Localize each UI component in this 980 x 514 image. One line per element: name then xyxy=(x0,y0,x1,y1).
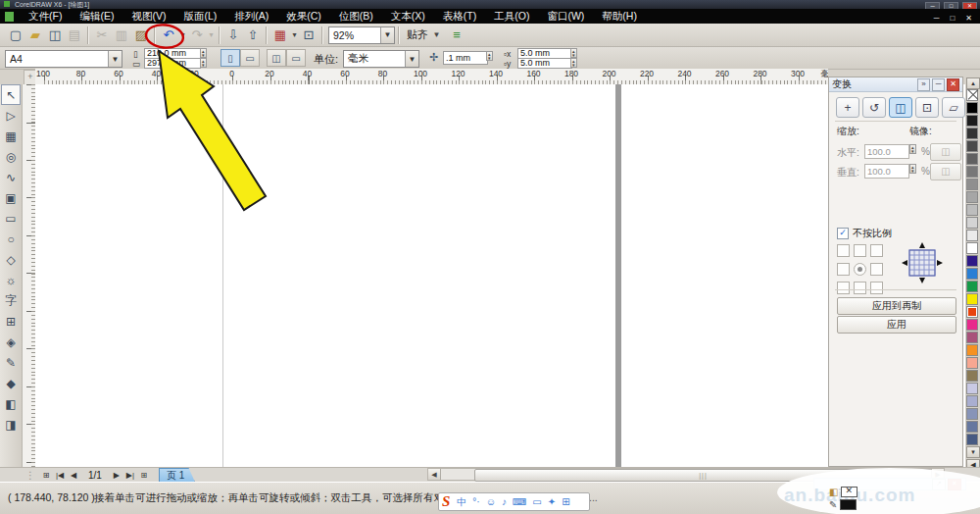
menu-窗口(W)[interactable]: 窗口(W) xyxy=(538,9,593,24)
color-swatch[interactable] xyxy=(966,281,978,292)
snap-to-dropdown[interactable]: 贴齐 xyxy=(407,27,428,42)
ime-skin-icon[interactable]: ✦ xyxy=(548,496,556,507)
docker-minimize-button[interactable]: ─ xyxy=(932,78,945,91)
current-page-button[interactable]: ▭ xyxy=(286,49,306,67)
color-swatch[interactable] xyxy=(966,191,978,203)
blend-tool-icon[interactable]: ◈ xyxy=(1,332,21,352)
next-page-button[interactable]: ▶ xyxy=(110,469,123,482)
color-swatch[interactable] xyxy=(966,115,978,127)
doc-close-button[interactable]: ✕ xyxy=(965,14,972,23)
color-swatch[interactable] xyxy=(966,421,978,433)
color-swatch[interactable] xyxy=(966,383,978,394)
paper-size-spinner2[interactable]: ▴▾ xyxy=(200,58,207,68)
chevron-down-icon[interactable]: ▼ xyxy=(108,51,122,67)
docker-close-button[interactable]: ✕ xyxy=(947,78,959,91)
menu-排列(A)[interactable]: 排列(A) xyxy=(225,9,277,24)
eyedropper-tool-icon[interactable]: ✎ xyxy=(1,352,21,373)
paper-size-combo[interactable]: A4 ▼ xyxy=(5,50,122,68)
anchor-point-7[interactable] xyxy=(854,282,866,294)
transform-scale-mirror-icon[interactable]: ◫ xyxy=(889,97,912,118)
color-swatch[interactable] xyxy=(966,242,978,254)
polygon-tool-icon[interactable]: ◇ xyxy=(1,249,21,270)
nudge-field[interactable]: .1 mm xyxy=(443,51,488,65)
menu-视图(V)[interactable]: 视图(V) xyxy=(122,9,174,24)
text-tool-icon[interactable]: 字 xyxy=(1,290,21,311)
ime-keyboard-icon[interactable]: ⌨ xyxy=(513,496,526,507)
save-icon[interactable]: ◫ xyxy=(45,26,65,45)
scroll-left-icon[interactable]: ◀ xyxy=(428,469,441,480)
horizontal-scale-spinner[interactable]: ▴▾ xyxy=(909,144,916,154)
ellipse-tool-icon[interactable]: ○ xyxy=(1,229,21,249)
paper-height-field[interactable]: 297.0 mm xyxy=(144,58,201,69)
drawing-canvas[interactable] xyxy=(35,84,965,467)
crop-tool-icon[interactable]: ▦ xyxy=(1,126,21,146)
docker-collapse-icon[interactable]: » xyxy=(917,78,930,91)
color-swatch[interactable] xyxy=(966,230,978,241)
open-folder-icon[interactable]: ▰ xyxy=(25,26,45,45)
chevron-down-icon[interactable]: ▼ xyxy=(432,26,441,45)
first-page-button[interactable]: |◀ xyxy=(53,469,67,482)
chevron-down-icon[interactable]: ▼ xyxy=(380,27,394,43)
nudge-spinner[interactable]: ▴▾ xyxy=(486,51,493,61)
paper-size-spinner[interactable]: ▴▾ xyxy=(200,48,207,58)
color-swatch[interactable] xyxy=(966,128,978,139)
color-swatch[interactable] xyxy=(966,434,978,445)
interactive-fill-tool-icon[interactable]: ◨ xyxy=(1,414,21,435)
menu-文件(F)[interactable]: 文件(F) xyxy=(20,9,71,24)
menu-表格(T)[interactable]: 表格(T) xyxy=(434,9,485,24)
anchor-point-5[interactable] xyxy=(870,263,883,276)
menu-编辑(E)[interactable]: 编辑(E) xyxy=(71,9,122,24)
all-pages-button[interactable]: ◫ xyxy=(267,49,286,67)
ime-punctuation-icon[interactable]: °· xyxy=(472,496,479,507)
color-swatch[interactable] xyxy=(966,408,978,420)
anchor-point-2[interactable] xyxy=(870,244,883,257)
menu-效果(C)[interactable]: 效果(C) xyxy=(277,9,330,24)
redo-icon-dropdown[interactable]: ▾ xyxy=(207,26,216,45)
transform-size-icon[interactable]: ⊡ xyxy=(915,97,939,118)
new-document-icon[interactable]: ▢ xyxy=(6,26,25,45)
duplicate-y-field[interactable]: 5.0 mm xyxy=(517,58,572,69)
smart-fill-tool-icon[interactable]: ▣ xyxy=(1,187,21,208)
portrait-button[interactable]: ▯ xyxy=(220,49,240,67)
color-swatch[interactable] xyxy=(966,395,978,407)
mirror-horizontal-button[interactable]: ◫ xyxy=(930,143,961,161)
export-icon[interactable]: ⇧ xyxy=(243,26,263,45)
palette-scroll-up-button[interactable]: ▴ xyxy=(966,77,980,89)
drag-handle-icon[interactable]: ⋮ xyxy=(25,470,35,481)
anchor-point-4[interactable] xyxy=(854,263,866,276)
color-swatch[interactable] xyxy=(966,140,978,152)
duplicate-spinner-y[interactable]: ▴▾ xyxy=(570,58,577,68)
palette-scroll-down-button[interactable]: ▾ xyxy=(966,446,980,458)
prev-page-button[interactable]: ◀ xyxy=(67,469,80,482)
no-color-swatch[interactable] xyxy=(966,89,978,101)
chevron-down-icon[interactable]: ▼ xyxy=(405,51,418,67)
last-page-button[interactable]: ▶| xyxy=(123,469,137,482)
rectangle-tool-icon[interactable]: ▭ xyxy=(1,208,21,229)
color-swatch[interactable] xyxy=(966,153,978,165)
units-combo[interactable]: 毫米 ▼ xyxy=(343,50,419,68)
cut-icon[interactable]: ✂ xyxy=(92,26,112,45)
ime-chinese-mode-icon[interactable]: 中 xyxy=(457,495,466,509)
ime-logo-icon[interactable]: S xyxy=(442,493,450,510)
options-icon[interactable]: ≡ xyxy=(447,26,466,45)
color-swatch[interactable] xyxy=(966,166,978,178)
ime-toggle-icon[interactable]: ▭ xyxy=(532,496,541,507)
copy-icon[interactable]: ▥ xyxy=(112,26,131,45)
menu-文本(X)[interactable]: 文本(X) xyxy=(382,9,434,24)
color-swatch[interactable] xyxy=(966,217,978,229)
vertical-scale-spinner[interactable]: ▴▾ xyxy=(909,164,916,174)
color-swatch[interactable] xyxy=(966,344,978,356)
vertical-scale-field[interactable]: 100.0 xyxy=(864,164,909,179)
color-swatch[interactable] xyxy=(966,293,978,305)
duplicate-spinner-x[interactable]: ▴▾ xyxy=(570,48,577,58)
table-tool-icon[interactable]: ⊞ xyxy=(1,311,21,332)
page-tab[interactable]: 页 1 xyxy=(159,468,195,483)
zoom-tool-icon[interactable]: ◎ xyxy=(1,146,21,167)
redo-icon[interactable]: ↷ xyxy=(187,26,207,45)
print-icon[interactable]: ▤ xyxy=(65,26,84,45)
anchor-point-8[interactable] xyxy=(870,282,883,294)
menu-位图(B)[interactable]: 位图(B) xyxy=(330,9,382,24)
doc-restore-button[interactable]: □ xyxy=(950,14,955,23)
add-page-before-button[interactable]: ⊞ xyxy=(39,469,53,482)
outline-pen-tool-icon[interactable]: ◆ xyxy=(1,373,21,393)
